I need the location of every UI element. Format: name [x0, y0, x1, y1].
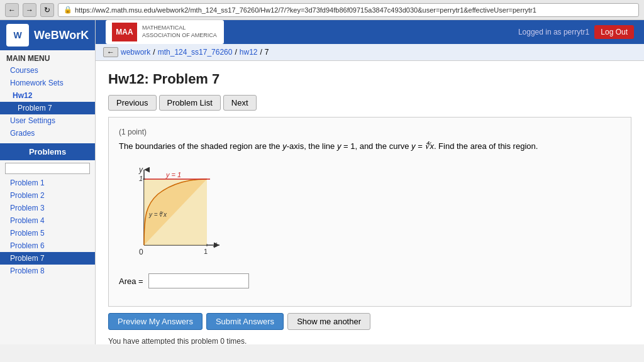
sidebar-item-homework-sets[interactable]: Homework Sets: [0, 77, 95, 89]
logout-button[interactable]: Log Out: [594, 25, 634, 39]
main-menu-label: MAIN MENU: [0, 50, 95, 64]
svg-text:1: 1: [139, 175, 143, 182]
sidebar-item-problem7[interactable]: Problem 7: [0, 102, 95, 114]
sidebar-item-courses[interactable]: Courses: [0, 64, 95, 77]
attempt-info: You have attempted this problem 0 times.…: [108, 335, 631, 344]
svg-text:x: x: [213, 240, 218, 249]
svg-text:y =: y =: [148, 211, 158, 218]
sidebar-item-problem-7[interactable]: Problem 7: [0, 252, 95, 265]
breadcrumb-webwork[interactable]: webwork: [121, 48, 150, 57]
area-label: Area =: [119, 277, 143, 286]
previous-button[interactable]: Previous: [108, 95, 157, 111]
svg-text:y = 1: y = 1: [165, 171, 181, 178]
sidebar-item-user-settings[interactable]: User Settings: [0, 114, 95, 127]
breadcrumb-hw[interactable]: hw12: [240, 48, 258, 57]
problem-search-input[interactable]: [5, 163, 90, 174]
area-input[interactable]: [148, 273, 249, 288]
answer-row: Area =: [119, 273, 621, 288]
url-text: https://ww2.math.msu.edu/webwork2/mth_12…: [75, 6, 536, 14]
sidebar: W WeBWorK MAIN MENU Courses Homework Set…: [0, 20, 96, 344]
address-bar[interactable]: 🔒 https://ww2.math.msu.edu/webwork2/mth_…: [58, 3, 639, 17]
maa-logo: MAA MATHEMATICAL ASSOCIATION OF AMERICA: [106, 20, 224, 44]
svg-text:1: 1: [204, 248, 208, 255]
reload-button[interactable]: ↻: [40, 3, 54, 17]
app-header: W WeBWorK: [0, 20, 95, 50]
sidebar-item-problem-8[interactable]: Problem 8: [0, 265, 95, 277]
svg-text:x: x: [163, 211, 167, 218]
sidebar-item-problem-4[interactable]: Problem 4: [0, 214, 95, 227]
problem-box: (1 point) The boundaries of the shaded r…: [108, 117, 631, 307]
lock-icon: 🔒: [64, 6, 72, 14]
maa-tagline: MATHEMATICAL ASSOCIATION OF AMERICA: [142, 25, 218, 39]
header-right: Logged in as perrytr1 Log Out: [518, 25, 634, 39]
problem-content: Hw12: Problem 7 Previous Problem List Ne…: [96, 61, 644, 344]
main-content: MAA MATHEMATICAL ASSOCIATION OF AMERICA …: [96, 20, 644, 344]
breadcrumb-problem: 7: [265, 48, 269, 57]
navigation-toolbar: Previous Problem List Next: [108, 95, 631, 111]
webwork-logo-text: WeBWorK: [34, 29, 89, 42]
back-arrow[interactable]: ←: [103, 47, 118, 57]
sidebar-item-problem-1[interactable]: Problem 1: [0, 177, 95, 189]
svg-text:0: 0: [139, 248, 143, 256]
breadcrumb: ← webwork / mth_124_ss17_76260 / hw12 / …: [96, 44, 644, 61]
problem-list-button[interactable]: Problem List: [159, 95, 221, 111]
sidebar-item-problem-6[interactable]: Problem 6: [0, 239, 95, 252]
content-header: MAA MATHEMATICAL ASSOCIATION OF AMERICA …: [96, 20, 644, 44]
problems-list: Problem 1Problem 2Problem 3Problem 4Prob…: [0, 177, 95, 277]
graph-svg: 1 1 x y 0 y = 1 y = ∜ x: [125, 163, 226, 264]
breadcrumb-sep2: /: [235, 48, 236, 57]
preview-button[interactable]: Preview My Answers: [108, 313, 203, 330]
breadcrumb-sep1: /: [153, 48, 155, 57]
show-another-button[interactable]: Show me another: [287, 313, 370, 330]
problems-header: Problems: [0, 143, 95, 160]
sidebar-item-problem-2[interactable]: Problem 2: [0, 189, 95, 202]
breadcrumb-course[interactable]: mth_124_ss17_76260: [158, 48, 233, 57]
point-label: (1 point): [119, 128, 621, 136]
logged-in-text: Logged in as perrytr1: [518, 28, 589, 36]
bottom-buttons: Preview My Answers Submit Answers Show m…: [108, 313, 631, 330]
maa-logo-img: MAA: [112, 23, 137, 41]
sidebar-item-problem-3[interactable]: Problem 3: [0, 202, 95, 214]
sidebar-item-problem-5[interactable]: Problem 5: [0, 227, 95, 239]
submit-button[interactable]: Submit Answers: [206, 313, 284, 330]
graph-container: 1 1 x y 0 y = 1 y = ∜ x: [125, 163, 226, 266]
attempt-line1: You have attempted this problem 0 times.: [108, 335, 631, 344]
sidebar-item-hw12[interactable]: Hw12: [0, 89, 95, 102]
forward-button[interactable]: →: [23, 3, 36, 17]
sidebar-item-grades[interactable]: Grades: [0, 127, 95, 140]
webwork-logo: W WeBWorK: [6, 24, 89, 47]
webwork-logo-icon: W: [6, 24, 29, 47]
svg-text:y: y: [138, 165, 143, 174]
problem-text: The boundaries of the shaded region are …: [119, 141, 621, 151]
back-button[interactable]: ←: [5, 3, 19, 17]
next-button[interactable]: Next: [223, 95, 257, 111]
problem-title: Hw12: Problem 7: [108, 71, 631, 87]
sidebar-search: [0, 160, 95, 177]
svg-text:∜: ∜: [159, 211, 164, 218]
browser-bar: ← → ↻ 🔒 https://ww2.math.msu.edu/webwork…: [0, 0, 644, 20]
breadcrumb-sep3: /: [260, 48, 262, 57]
